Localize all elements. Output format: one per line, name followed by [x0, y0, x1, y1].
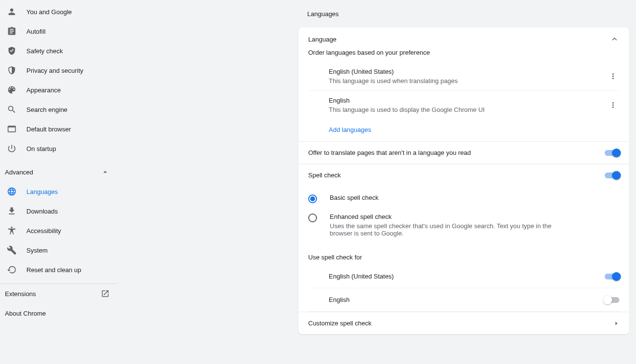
- nav-label: System: [26, 247, 47, 254]
- power-icon: [7, 144, 17, 153]
- sidebar-item-appearance[interactable]: Appearance: [0, 80, 116, 100]
- open-external-icon: [101, 289, 110, 298]
- nav-label: Extensions: [5, 290, 36, 298]
- clipboard-icon: [7, 26, 17, 36]
- customize-label: Customize spell check: [308, 320, 371, 327]
- spellcheck-toggle-row: Spell check: [298, 164, 629, 186]
- main-content: Languages Language Order languages based…: [116, 0, 636, 364]
- nav-label: Reset and clean up: [26, 266, 81, 274]
- restore-icon: [7, 265, 17, 275]
- spell-lang-name: English (United States): [329, 273, 394, 280]
- spellcheck-language-row: English (United States): [308, 265, 619, 288]
- radio-icon: [308, 194, 317, 203]
- more-options-button[interactable]: [607, 99, 619, 111]
- language-name: English (United States): [329, 68, 458, 75]
- radio-basic-spellcheck[interactable]: Basic spell check: [308, 189, 619, 208]
- nav-label: Privacy and security: [26, 67, 83, 74]
- sidebar-item-extensions[interactable]: Extensions: [0, 284, 116, 303]
- nav-label: Default browser: [26, 126, 71, 133]
- nav-label: Downloads: [26, 208, 58, 215]
- radio-label: Basic spell check: [330, 194, 379, 201]
- toggle-label: Offer to translate pages that aren't in …: [308, 149, 471, 156]
- shield-icon: [7, 65, 17, 75]
- shield-check-icon: [7, 46, 17, 56]
- nav-label: Search engine: [26, 106, 68, 113]
- nav-label: Autofill: [26, 28, 45, 35]
- radio-enhanced-spellcheck[interactable]: Enhanced spell check Uses the same spell…: [308, 208, 619, 242]
- nav-label: Accessibility: [26, 227, 61, 235]
- sidebar-item-system[interactable]: System: [0, 240, 116, 260]
- wrench-icon: [7, 245, 17, 255]
- sidebar-item-reset[interactable]: Reset and clean up: [0, 260, 116, 279]
- customize-spellcheck-row[interactable]: Customize spell check: [298, 312, 629, 334]
- language-row: English This language is used to display…: [308, 91, 619, 119]
- sidebar-item-safety-check[interactable]: Safety check: [0, 41, 116, 61]
- nav-label: Languages: [26, 188, 58, 195]
- sidebar-item-on-startup[interactable]: On startup: [0, 139, 116, 158]
- nav-label: On startup: [26, 145, 56, 152]
- sidebar-item-languages[interactable]: Languages: [0, 182, 116, 201]
- sidebar-section-advanced[interactable]: Advanced: [0, 162, 116, 182]
- spellcheck-radio-group: Basic spell check Enhanced spell check U…: [298, 186, 629, 249]
- chevron-up-icon: [610, 34, 619, 44]
- sidebar-item-you-and-google[interactable]: You and Google: [0, 2, 116, 21]
- language-desc: This language is used to display the Goo…: [329, 106, 485, 113]
- more-options-button[interactable]: [607, 70, 619, 83]
- order-hint: Order languages based on your preference: [298, 49, 629, 62]
- sidebar-item-about[interactable]: About Chrome: [0, 303, 116, 323]
- spellcheck-language-list: English (United States) English: [298, 265, 629, 312]
- sidebar-item-default-browser[interactable]: Default browser: [0, 119, 116, 139]
- palette-icon: [7, 85, 17, 95]
- chevron-up-icon: [101, 168, 110, 176]
- nav-label: Advanced: [5, 169, 33, 176]
- spellcheck-language-row: English: [308, 288, 619, 312]
- nav-label: Safety check: [26, 47, 63, 55]
- chevron-right-icon: [613, 321, 619, 326]
- nav-label: Appearance: [26, 86, 61, 94]
- browser-icon: [7, 124, 17, 134]
- add-languages-row: Add languages: [308, 119, 619, 141]
- spell-lang-toggle[interactable]: [605, 274, 619, 279]
- languages-card: Language Order languages based on your p…: [298, 27, 629, 334]
- sidebar-item-privacy-security[interactable]: Privacy and security: [0, 61, 116, 80]
- translate-toggle-row: Offer to translate pages that aren't in …: [298, 141, 629, 164]
- translate-toggle[interactable]: [605, 150, 619, 156]
- radio-icon: [308, 214, 317, 222]
- radio-description: Uses the same spell checker that's used …: [330, 222, 565, 237]
- spell-lang-name: English: [329, 296, 350, 303]
- language-list: English (United States) This language is…: [298, 62, 629, 141]
- spellcheck-section: Spell check Basic spell check Enhanced s…: [298, 164, 629, 312]
- accessibility-icon: [7, 226, 17, 236]
- sidebar: You and Google Autofill Safety check Pri…: [0, 0, 116, 364]
- person-icon: [7, 7, 17, 17]
- add-languages-link[interactable]: Add languages: [329, 126, 371, 133]
- sidebar-item-downloads[interactable]: Downloads: [0, 201, 116, 221]
- language-row: English (United States) This language is…: [308, 62, 619, 91]
- nav-label: You and Google: [26, 8, 72, 16]
- spell-lang-toggle[interactable]: [605, 297, 619, 303]
- radio-label: Enhanced spell check: [330, 213, 565, 220]
- search-icon: [7, 105, 17, 114]
- language-section-header[interactable]: Language: [298, 27, 629, 49]
- download-icon: [7, 206, 17, 216]
- toggle-label: Spell check: [308, 171, 341, 179]
- sidebar-item-accessibility[interactable]: Accessibility: [0, 221, 116, 240]
- sidebar-item-search-engine[interactable]: Search engine: [0, 100, 116, 119]
- spellcheck-toggle[interactable]: [605, 172, 619, 178]
- use-spellcheck-for-label: Use spell check for: [298, 249, 629, 265]
- sidebar-item-autofill[interactable]: Autofill: [0, 21, 116, 41]
- section-title: Language: [308, 36, 337, 43]
- globe-icon: [7, 187, 17, 196]
- language-name: English: [329, 97, 485, 104]
- language-desc: This language is used when translating p…: [329, 77, 458, 85]
- page-title: Languages: [307, 10, 636, 18]
- nav-label: About Chrome: [5, 310, 46, 317]
